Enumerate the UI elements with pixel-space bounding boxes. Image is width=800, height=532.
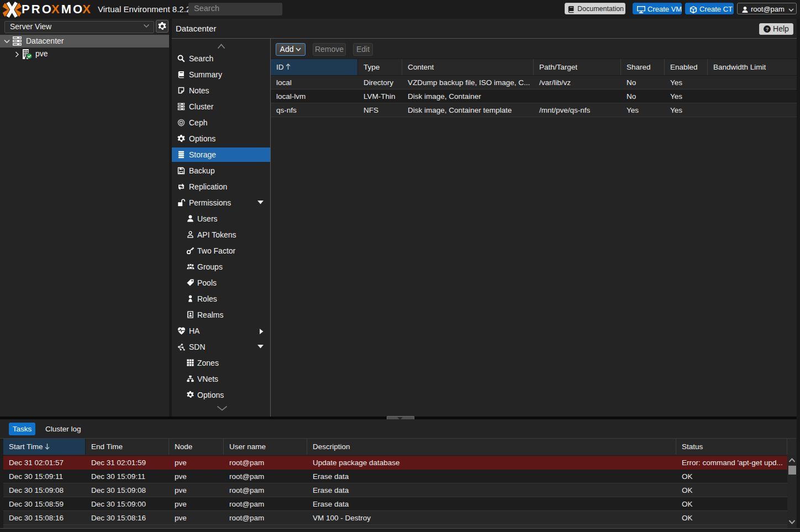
svg-text:?: ? xyxy=(766,27,769,32)
